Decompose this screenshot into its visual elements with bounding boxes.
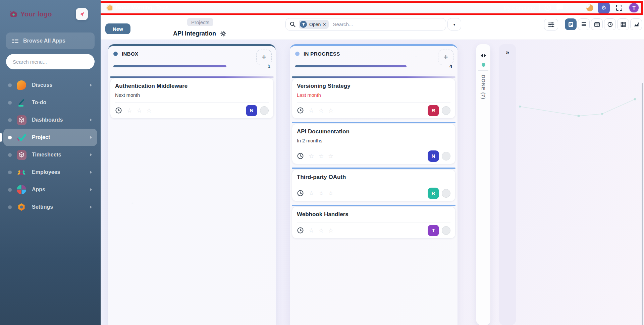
board-search-input[interactable] [333, 21, 442, 27]
sidebar-collapse-button[interactable] [76, 8, 88, 20]
activity-clock-icon[interactable] [115, 107, 122, 114]
view-calendar-button[interactable] [591, 18, 603, 30]
kanban-icon [568, 21, 574, 27]
sidebar-item-apps[interactable]: Apps [3, 181, 97, 198]
assignee-avatar[interactable]: R [428, 105, 439, 116]
card-accent [292, 205, 455, 206]
card-accent [292, 168, 455, 169]
assignee-avatar[interactable]: N [246, 105, 257, 116]
dark-mode-moon-icon[interactable] [586, 4, 593, 11]
kanban-state-button[interactable] [260, 106, 269, 115]
priority-stars[interactable]: ☆ ☆ ☆ [309, 152, 335, 160]
view-pivot-button[interactable] [617, 18, 629, 30]
view-list-button[interactable] [578, 18, 590, 30]
add-card-button[interactable]: + [256, 50, 272, 65]
add-card-button[interactable]: + [438, 50, 453, 65]
chevron-right-icon [90, 171, 92, 174]
column-progress-bar [295, 65, 407, 67]
browse-all-apps-button[interactable]: Browse All Apps [6, 32, 95, 49]
sidebar-item-dashboards[interactable]: Dashboards [3, 111, 97, 129]
kanban-card[interactable]: Authentication Middleware Next month ☆ ☆… [110, 76, 274, 119]
activity-clock-icon[interactable] [297, 227, 304, 234]
settings-gear-button[interactable]: ⚙ [598, 2, 610, 14]
breadcrumb[interactable]: Projects [187, 18, 213, 26]
view-kanban-button[interactable] [565, 18, 577, 30]
column-header[interactable]: IN PROGRESS + 4 [290, 46, 458, 74]
kanban-state-button[interactable] [442, 106, 450, 115]
new-button[interactable]: New [105, 23, 130, 34]
sidebar-item-label: Dashboards [32, 117, 63, 123]
apps-icon [16, 185, 26, 195]
search-dropdown-button[interactable]: ▾ [447, 18, 461, 30]
column-done-collapsed[interactable]: DONE (7) [476, 44, 490, 325]
fullscreen-button[interactable] [614, 3, 624, 13]
column-color-dot [113, 52, 118, 56]
activity-clock-icon[interactable] [297, 152, 304, 159]
view-graph-button[interactable] [630, 18, 642, 30]
sidebar-item-discuss[interactable]: Discuss [3, 76, 97, 94]
activity-clock-icon[interactable] [297, 190, 304, 197]
priority-stars[interactable]: ☆ ☆ ☆ [309, 107, 335, 114]
sidebar-item-timesheets[interactable]: Timesheets [3, 146, 97, 164]
top-bar: Good Morning, Tejas My Company 2 ⚙ [101, 0, 644, 15]
card-title: Versioning Strategy [297, 83, 450, 89]
activity-clock-icon[interactable] [297, 107, 304, 114]
filter-remove-icon[interactable]: × [323, 22, 326, 27]
company-name[interactable]: My Company [503, 5, 535, 11]
bullet-icon [8, 171, 12, 174]
graph-icon [633, 21, 639, 27]
assignee-avatar[interactable]: N [428, 150, 439, 162]
project-settings-gear-icon[interactable] [220, 31, 226, 37]
assignee-avatar[interactable]: T [428, 225, 439, 236]
column-name: IN PROGRESS [304, 51, 340, 57]
kanban-card[interactable]: API Documentation In 2 months ☆ ☆ ☆ N [292, 122, 455, 164]
sidebar-item-project[interactable]: Project [3, 129, 97, 146]
dashboards-icon [16, 115, 26, 125]
logo-text: Your logo [20, 10, 52, 18]
expand-column-icon[interactable] [481, 54, 486, 58]
bullet-icon [8, 83, 12, 87]
settings-icon [16, 202, 26, 212]
column-in-progress: IN PROGRESS + 4 Versioning Strategy Last… [290, 44, 458, 325]
filters-sliders-button[interactable] [544, 19, 558, 30]
messages-button[interactable]: 2 [556, 4, 568, 11]
calendar-icon [594, 21, 600, 27]
sidebar-item-label: Apps [32, 187, 45, 193]
messages-icon [556, 4, 564, 11]
sidebar-item-label: Employees [32, 169, 60, 175]
assignee-avatar[interactable]: R [428, 188, 439, 199]
filter-chip-open[interactable]: Open × [299, 20, 329, 29]
vertical-scrollbar[interactable] [642, 83, 643, 325]
collapsed-rail[interactable]: » [499, 44, 516, 325]
camera-icon [9, 11, 17, 17]
priority-stars[interactable]: ☆ ☆ ☆ [127, 107, 153, 114]
menu-search-input[interactable] [6, 54, 95, 69]
user-avatar[interactable]: T [629, 2, 639, 13]
column-header[interactable]: INBOX + 1 [108, 46, 276, 74]
sidebar-item-todo[interactable]: To-do [3, 94, 97, 111]
chevron-right-icon [90, 205, 92, 209]
priority-stars[interactable]: ☆ ☆ ☆ [309, 190, 335, 197]
kanban-state-button[interactable] [442, 226, 450, 235]
kanban-state-button[interactable] [442, 152, 450, 160]
sidebar-item-settings[interactable]: Settings [3, 198, 97, 216]
sidebar-item-label: Timesheets [32, 152, 61, 158]
view-activity-button[interactable] [604, 18, 616, 30]
timesheets-icon [16, 150, 26, 160]
bullet-icon [8, 136, 12, 139]
sidebar-item-label: To-do [32, 100, 46, 106]
messages-count: 2 [566, 5, 568, 10]
sun-icon [107, 5, 112, 10]
sidebar-item-employees[interactable]: Employees [3, 164, 97, 181]
kanban-state-button[interactable] [442, 189, 450, 198]
kanban-card[interactable]: Webhook Handlers ☆ ☆ ☆ T [292, 205, 455, 239]
collapse-arrow-icon [79, 11, 85, 17]
priority-stars[interactable]: ☆ ☆ ☆ [309, 227, 335, 234]
topbar-divider [539, 4, 540, 11]
clock-icon [607, 21, 613, 27]
activities-clock-icon[interactable] [544, 4, 551, 11]
employees-icon [16, 167, 26, 177]
kanban-card[interactable]: Versioning Strategy Last month ☆ ☆ ☆ R [292, 76, 455, 119]
bullet-icon [8, 188, 12, 192]
kanban-card[interactable]: Third-party OAuth ☆ ☆ ☆ R [292, 168, 455, 201]
